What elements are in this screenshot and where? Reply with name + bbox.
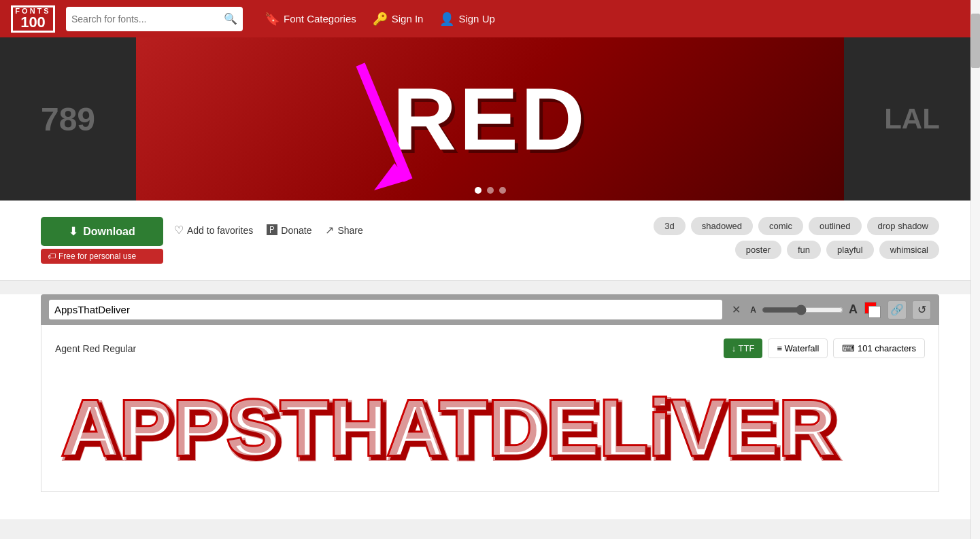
scrollbar[interactable] xyxy=(970,0,980,539)
waterfall-label: ≡ Waterfall xyxy=(777,343,819,353)
font-size-slider-container xyxy=(762,305,843,315)
font-size-big-label: A xyxy=(849,302,858,317)
signin-icon: 🔑 xyxy=(373,12,388,27)
chars-label: ⌨ 101 characters xyxy=(842,343,916,353)
dot-3[interactable] xyxy=(499,187,506,194)
font-size-slider[interactable] xyxy=(762,305,843,315)
signup-icon: 👤 xyxy=(439,12,454,27)
download-button[interactable]: ⬇ Download xyxy=(41,217,163,246)
reset-icon-button[interactable]: ↺ xyxy=(912,300,931,319)
free-badge[interactable]: 🏷 Free for personal use xyxy=(41,249,163,264)
tag-whimsical[interactable]: whimsical xyxy=(879,241,939,259)
ttf-download-button[interactable]: ↓ TTF xyxy=(724,338,763,358)
search-input[interactable] xyxy=(71,14,220,24)
actions-bar: ⬇ Download 🏷 Free for personal use ♡ Add… xyxy=(0,201,980,281)
ttf-label: ↓ TTF xyxy=(732,343,755,353)
tag-comic[interactable]: comic xyxy=(758,217,803,235)
tag-shadowed[interactable]: shadowed xyxy=(691,217,753,235)
left-actions: ⬇ Download 🏷 Free for personal use ♡ Add… xyxy=(41,217,654,264)
site-header: FONTS 100 🔍 🔖 Font Categories 🔑 Sign In … xyxy=(0,0,980,37)
nav-signin[interactable]: 🔑 Sign In xyxy=(373,12,424,27)
preview-container: ✕ A A 🔗 ↺ Agent Red Regular ↓ TTF xyxy=(41,294,939,492)
tag-playful[interactable]: playful xyxy=(826,241,874,259)
secondary-actions: ♡ Add to favorites 🅿 Donate ↗ Share xyxy=(174,217,363,237)
nav-categories[interactable]: 🔖 Font Categories xyxy=(265,12,356,27)
add-favorites-button[interactable]: ♡ Add to favorites xyxy=(174,224,253,237)
banner-dots xyxy=(475,187,506,194)
banner-left-panel: 789 xyxy=(0,37,136,201)
banner-left-text: 789 xyxy=(41,101,95,138)
share-button[interactable]: ↗ Share xyxy=(325,224,362,237)
waterfall-button[interactable]: ≡ Waterfall xyxy=(768,338,828,358)
logo-number: 100 xyxy=(20,15,46,30)
nav-signup[interactable]: 👤 Sign Up xyxy=(439,12,494,27)
characters-button[interactable]: ⌨ 101 characters xyxy=(833,338,925,358)
scrollbar-thumb[interactable] xyxy=(971,14,980,68)
tags-row-2: poster fun playful whimsical xyxy=(735,241,939,259)
nav-signup-label: Sign Up xyxy=(458,13,494,24)
tag-poster[interactable]: poster xyxy=(735,241,781,259)
clear-preview-button[interactable]: ✕ xyxy=(728,302,745,317)
color-picker-button[interactable] xyxy=(863,300,882,319)
free-label: Free for personal use xyxy=(58,251,136,261)
font-preview-svg: APPSTHATDELiVER APPSTHATDELiVER xyxy=(55,373,926,468)
preview-toolbar: ✕ A A 🔗 ↺ xyxy=(41,294,939,325)
donate-icon: 🅿 xyxy=(267,224,277,237)
dot-2[interactable] xyxy=(487,187,494,194)
bookmark-icon: 🔖 xyxy=(265,12,280,27)
nav-signin-label: Sign In xyxy=(392,13,424,24)
download-label: Download xyxy=(83,226,135,238)
svg-text:APPSTHATDELiVER: APPSTHATDELiVER xyxy=(65,387,840,468)
font-name-row: Agent Red Regular ↓ TTF ≡ Waterfall ⌨ 10… xyxy=(55,338,925,358)
tags-row-1: 3d shadowed comic outlined drop shadow xyxy=(654,217,939,235)
preview-text-input[interactable] xyxy=(49,300,722,319)
font-preview-display: APPSTHATDELiVER APPSTHATDELiVER xyxy=(55,366,925,478)
nav-categories-label: Font Categories xyxy=(284,13,356,24)
share-icon: ↗ xyxy=(325,224,334,237)
font-size-small-label: A xyxy=(750,305,756,315)
tag-drop-shadow[interactable]: drop shadow xyxy=(867,217,939,235)
tag-fun[interactable]: fun xyxy=(787,241,821,259)
donate-button[interactable]: 🅿 Donate xyxy=(267,224,311,237)
dot-1[interactable] xyxy=(475,187,481,194)
search-bar: 🔍 xyxy=(66,7,243,31)
link-icon-button[interactable]: 🔗 xyxy=(888,300,907,319)
donate-label: Donate xyxy=(281,225,311,236)
search-button[interactable]: 🔍 xyxy=(224,12,237,25)
banner-center-text: RED xyxy=(392,68,587,170)
font-actions-right: ↓ TTF ≡ Waterfall ⌨ 101 characters xyxy=(724,338,925,358)
tag-icon: 🏷 xyxy=(48,251,56,261)
site-logo[interactable]: FONTS 100 xyxy=(11,5,55,33)
banner-section: 789 RED LAL xyxy=(0,37,980,201)
download-icon: ⬇ xyxy=(69,225,78,238)
add-favorites-label: Add to favorites xyxy=(187,225,253,236)
preview-section: ✕ A A 🔗 ↺ Agent Red Regular ↓ TTF xyxy=(0,294,980,519)
font-name-label: Agent Red Regular xyxy=(55,343,136,354)
main-nav: 🔖 Font Categories 🔑 Sign In 👤 Sign Up xyxy=(265,12,495,27)
tag-outlined[interactable]: outlined xyxy=(809,217,862,235)
download-group: ⬇ Download 🏷 Free for personal use xyxy=(41,217,163,264)
tags-area: 3d shadowed comic outlined drop shadow p… xyxy=(654,217,939,259)
tag-3d[interactable]: 3d xyxy=(654,217,685,235)
banner-right-text: LAL xyxy=(884,103,940,135)
banner-right-panel: LAL xyxy=(844,37,980,201)
font-display-area: Agent Red Regular ↓ TTF ≡ Waterfall ⌨ 10… xyxy=(41,325,939,492)
share-label: Share xyxy=(337,225,362,236)
heart-icon: ♡ xyxy=(174,224,184,237)
